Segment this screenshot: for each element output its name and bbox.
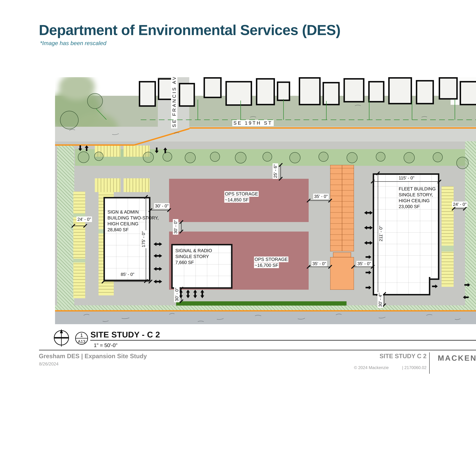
view-title: SITE STUDY - C 2 — [90, 330, 160, 339]
dim-label: 85' - 0" — [120, 272, 135, 277]
dim-label: 24' - 0" — [452, 202, 468, 207]
footer-vertical-rule — [429, 352, 430, 374]
view-scale: 1" = 50'-0" — [94, 342, 117, 348]
footer-job-number: | 2170060.02 — [286, 365, 426, 370]
dim-label: 30' - 0" — [154, 203, 170, 209]
dim-label: 115' - 0" — [398, 175, 415, 181]
dim-label: 211' - 0" — [378, 225, 383, 242]
footer-project-name: Gresham DES | Expansion Site Study — [39, 352, 147, 360]
dim-label: 30' - 0" — [174, 287, 179, 302]
detail-callout: 1 A13 — [75, 331, 89, 345]
footer-sheet-name: SITE STUDY C 2 — [286, 352, 426, 360]
callout-sheet: A13 — [78, 339, 85, 344]
dim-label: 30' - 0" — [173, 219, 178, 235]
dim-label: 24' - 0" — [76, 217, 92, 222]
presentation-page: Department of Environmental Services (DE… — [0, 0, 476, 457]
dim-label: 35' - 0" — [357, 261, 372, 266]
plan-linework — [55, 77, 476, 324]
rescale-note: *Image has been rescaled — [40, 40, 106, 46]
mackenzie-logo: MACKENZIE. — [438, 354, 476, 362]
page-title: Department of Environmental Services (DE… — [39, 22, 340, 38]
dim-label: 35' - 0" — [313, 194, 329, 199]
dim-label: 30' - 4" — [377, 292, 383, 308]
footer-divider — [39, 350, 476, 351]
view-title-rule — [90, 340, 476, 341]
callout-number: 1 — [80, 333, 83, 338]
dim-label: 35' - 0" — [312, 261, 327, 266]
site-plan-image: SIGN & ADMIN BUILDING TWO-STORY, HIGH CE… — [55, 77, 476, 324]
footer-date: 8/26/2024 — [39, 361, 59, 367]
north-arrow-icon — [52, 328, 71, 347]
dim-label: 25' - 6" — [272, 163, 278, 179]
dim-label: 175' - 0" — [141, 230, 146, 248]
